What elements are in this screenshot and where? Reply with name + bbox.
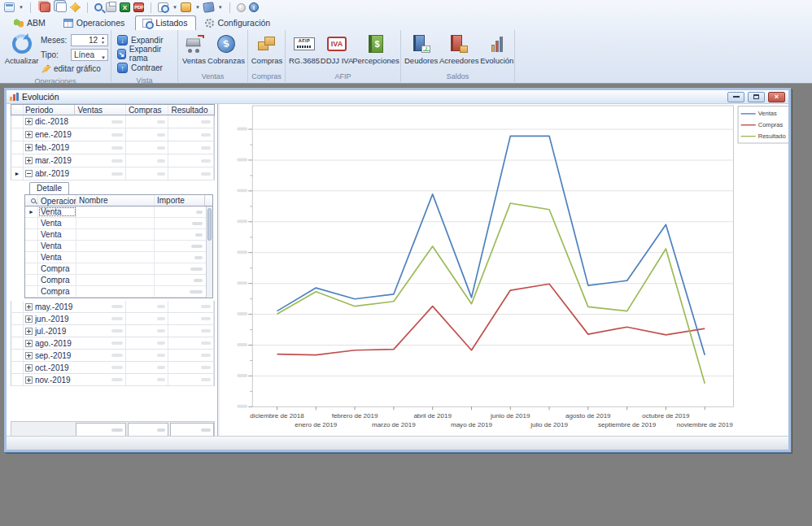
share-icon[interactable]	[203, 2, 215, 13]
ventas-cell	[75, 362, 126, 373]
info-icon[interactable]: i	[249, 2, 259, 12]
tab-operaciones[interactable]: Operaciones	[56, 15, 134, 30]
filter-magnifier-icon[interactable]	[25, 195, 38, 206]
period-row[interactable]: oct.-2019	[11, 362, 215, 374]
detail-row[interactable]: Compra	[25, 263, 212, 275]
detail-grid-header: Operacion Nombre Importe	[25, 195, 212, 206]
period-label: abr.-2019	[35, 169, 69, 178]
deudores-button[interactable]: Deudores	[404, 32, 439, 67]
actualizar-button[interactable]: Actualizar	[2, 32, 41, 67]
tipo-select[interactable]: Línea▼	[71, 49, 108, 61]
detail-row[interactable]: Venta	[25, 229, 212, 241]
period-cell: ene.-2019	[24, 130, 75, 139]
ddjj-iva-button[interactable]: IVA DDJJ IVA	[321, 32, 353, 67]
app-menu-dropdown-icon[interactable]: ▼	[19, 5, 24, 10]
window-titlebar[interactable]: Evolución ×	[7, 90, 788, 104]
expand-icon[interactable]	[25, 144, 33, 151]
expand-icon[interactable]	[25, 303, 33, 311]
detail-row[interactable]: Compra	[25, 286, 212, 298]
x-axis-label: junio de 2019	[490, 412, 530, 419]
search-document-dropdown-icon[interactable]: ▼	[172, 5, 177, 10]
column-header-operacion[interactable]: Operacion	[38, 195, 76, 206]
column-header-compras[interactable]: Compras	[126, 105, 169, 115]
period-row[interactable]: ►abr.-2019	[11, 167, 215, 180]
column-header-periodo[interactable]: Periodo	[24, 105, 75, 115]
wizard-icon[interactable]	[70, 2, 81, 12]
period-row[interactable]: mar.-2019	[11, 154, 215, 167]
export-excel-icon[interactable]: X	[120, 2, 130, 12]
copy-red-icon[interactable]	[40, 2, 50, 12]
maximize-button[interactable]	[748, 92, 765, 102]
cobranzas-button[interactable]: $ Cobranzas	[207, 32, 245, 67]
detail-scrollbar[interactable]	[206, 206, 212, 298]
boxes-icon	[256, 33, 277, 54]
expand-icon[interactable]	[25, 157, 33, 164]
spinner-arrows-icon[interactable]: ▲▼	[99, 35, 107, 46]
expand-icon[interactable]	[25, 118, 33, 125]
importe-cell	[155, 218, 205, 228]
column-header-importe[interactable]: Importe	[155, 195, 205, 206]
evolucion-button[interactable]: Evolución	[479, 32, 514, 67]
tab-abm[interactable]: ABM	[7, 15, 55, 30]
period-row[interactable]: feb.-2019	[11, 141, 215, 154]
tab-configuracion[interactable]: Configuración	[198, 15, 279, 30]
expand-icon[interactable]	[25, 352, 33, 359]
column-header-nombre[interactable]: Nombre	[76, 195, 155, 206]
export-pdf-icon[interactable]: PDF	[133, 2, 144, 12]
copy-pages-icon[interactable]	[56, 2, 67, 12]
expand-icon[interactable]	[25, 315, 33, 323]
x-axis-label: enero de 2019	[295, 421, 337, 428]
minimize-button[interactable]	[727, 92, 744, 102]
catalog-icon[interactable]	[181, 2, 191, 12]
tip-bulb-icon[interactable]	[237, 3, 246, 12]
detail-row[interactable]: Venta	[25, 218, 212, 229]
periods-grid: Periodo Ventas Compras Resultado dic.-20…	[11, 104, 215, 386]
compras-button[interactable]: Compras	[251, 32, 283, 67]
period-row[interactable]: jun.-2019	[11, 313, 215, 325]
ventas-cell	[75, 154, 126, 167]
search-document-icon[interactable]	[158, 2, 168, 12]
contraer-button[interactable]: ↑Contraer	[114, 61, 175, 74]
collapse-icon[interactable]	[25, 170, 33, 177]
catalog-dropdown-icon[interactable]: ▼	[195, 5, 200, 10]
expandir-rama-button[interactable]: ↘Expandir rama	[114, 47, 175, 60]
period-row[interactable]: sep.-2019	[11, 350, 215, 362]
red-book-box-icon	[448, 33, 469, 54]
period-row[interactable]: ene.-2019	[11, 128, 215, 141]
editar-grafico-button[interactable]: editar gráfico	[41, 63, 108, 75]
ventas-button[interactable]: Ventas	[181, 32, 207, 67]
acreedores-button[interactable]: Acreedores	[439, 32, 479, 67]
detail-row[interactable]: Venta	[25, 241, 212, 252]
meses-stepper[interactable]: 12▲▼	[71, 34, 108, 46]
period-row[interactable]: ago.-2019	[11, 337, 215, 350]
meses-value: 12	[89, 36, 98, 45]
percepciones-button[interactable]: $ Percepciones	[353, 32, 399, 67]
tab-listados[interactable]: Listados	[135, 15, 196, 30]
share-dropdown-icon[interactable]: ▼	[218, 5, 223, 10]
detail-row[interactable]: Venta	[25, 252, 212, 263]
app-menu-icon[interactable]	[4, 2, 15, 12]
expand-icon[interactable]	[25, 131, 33, 138]
period-row[interactable]: may.-2019	[11, 301, 215, 313]
column-header-resultado[interactable]: Resultado	[168, 105, 214, 115]
row-indicator-header	[11, 105, 24, 115]
grid-icon	[63, 19, 73, 28]
close-button[interactable]: ×	[768, 92, 785, 102]
tab-detalle[interactable]: Detalle	[29, 182, 69, 194]
ventas-cell	[75, 115, 126, 128]
expand-icon[interactable]	[25, 376, 33, 384]
rg3685-button[interactable]: AFIP RG.3685	[288, 32, 321, 67]
period-row[interactable]: jul.-2019	[11, 325, 215, 337]
expand-icon[interactable]	[25, 364, 33, 372]
expand-icon[interactable]	[25, 340, 33, 347]
detail-row[interactable]: Compra	[25, 275, 212, 286]
scrollbar-thumb[interactable]	[207, 208, 212, 241]
column-header-ventas[interactable]: Ventas	[75, 105, 125, 115]
shopping-cart-icon	[184, 33, 205, 54]
period-row[interactable]: nov.-2019	[11, 374, 215, 386]
detail-row[interactable]: ►Venta	[25, 206, 212, 218]
expand-icon[interactable]	[25, 328, 33, 335]
preview-icon[interactable]	[94, 3, 103, 11]
period-row[interactable]: dic.-2018	[11, 115, 215, 128]
print-icon[interactable]	[106, 2, 116, 12]
